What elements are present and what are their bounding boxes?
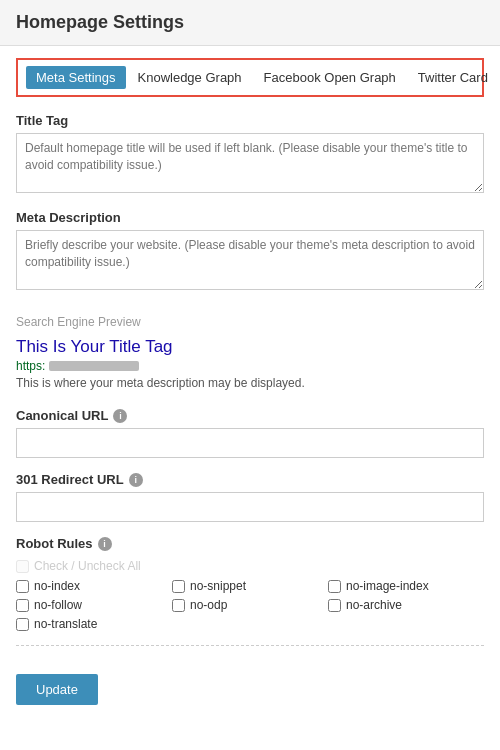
search-engine-preview: Search Engine Preview This Is Your Title… <box>16 307 484 394</box>
checkbox-no-follow[interactable] <box>16 599 29 612</box>
title-tag-input[interactable] <box>16 133 484 193</box>
robot-rules-section: Robot Rules i Check / Uncheck All no-ind… <box>16 536 484 631</box>
robot-option-no-image-index: no-image-index <box>328 579 484 593</box>
check-all-row: Check / Uncheck All <box>16 559 484 573</box>
canonical-url-field-group: Canonical URL i <box>16 408 484 458</box>
meta-description-input[interactable] <box>16 230 484 290</box>
robot-option-no-odp: no-odp <box>172 598 328 612</box>
checkbox-no-archive[interactable] <box>328 599 341 612</box>
robot-rules-label: Robot Rules <box>16 536 93 551</box>
checkbox-no-odp[interactable] <box>172 599 185 612</box>
checkbox-no-translate[interactable] <box>16 618 29 631</box>
robot-option-no-index: no-index <box>16 579 172 593</box>
redirect-url-input[interactable] <box>16 492 484 522</box>
update-button[interactable]: Update <box>16 674 98 705</box>
robot-option-no-archive: no-archive <box>328 598 484 612</box>
section-divider <box>16 645 484 646</box>
robot-checkboxes-grid: no-index no-snippet no-image-index no-fo… <box>16 579 484 631</box>
canonical-url-info-icon[interactable]: i <box>113 409 127 423</box>
redirect-url-label: 301 Redirect URL <box>16 472 124 487</box>
canonical-url-label: Canonical URL <box>16 408 108 423</box>
title-tag-field-group: Title Tag <box>16 113 484 196</box>
page-header: Homepage Settings <box>0 0 500 46</box>
canonical-url-input[interactable] <box>16 428 484 458</box>
check-uncheck-all-label: Check / Uncheck All <box>34 559 141 573</box>
robot-option-no-follow: no-follow <box>16 598 172 612</box>
robot-rules-info-icon[interactable]: i <box>98 537 112 551</box>
canonical-url-label-row: Canonical URL i <box>16 408 484 423</box>
meta-description-field-group: Meta Description <box>16 210 484 293</box>
preview-description: This is where your meta description may … <box>16 376 484 390</box>
preview-url-bar <box>49 361 139 371</box>
check-uncheck-all-checkbox[interactable] <box>16 560 29 573</box>
title-tag-label: Title Tag <box>16 113 484 128</box>
checkbox-no-image-index[interactable] <box>328 580 341 593</box>
redirect-url-info-icon[interactable]: i <box>129 473 143 487</box>
main-content: Title Tag Meta Description Search Engine… <box>0 109 500 674</box>
tab-knowledge-graph[interactable]: Knowledge Graph <box>128 66 252 89</box>
preview-url: https: <box>16 359 484 373</box>
redirect-url-label-row: 301 Redirect URL i <box>16 472 484 487</box>
tab-meta-settings[interactable]: Meta Settings <box>26 66 126 89</box>
tab-facebook-open-graph[interactable]: Facebook Open Graph <box>254 66 406 89</box>
checkbox-no-index[interactable] <box>16 580 29 593</box>
tab-twitter-card[interactable]: Twitter Card <box>408 66 498 89</box>
preview-title: This Is Your Title Tag <box>16 337 484 357</box>
page-title: Homepage Settings <box>16 12 484 33</box>
redirect-url-field-group: 301 Redirect URL i <box>16 472 484 522</box>
search-preview-label: Search Engine Preview <box>16 315 484 329</box>
tabs-container: Meta Settings Knowledge Graph Facebook O… <box>16 58 484 97</box>
robot-option-no-translate: no-translate <box>16 617 172 631</box>
meta-description-label: Meta Description <box>16 210 484 225</box>
robot-rules-header: Robot Rules i <box>16 536 484 551</box>
robot-option-no-snippet: no-snippet <box>172 579 328 593</box>
checkbox-no-snippet[interactable] <box>172 580 185 593</box>
